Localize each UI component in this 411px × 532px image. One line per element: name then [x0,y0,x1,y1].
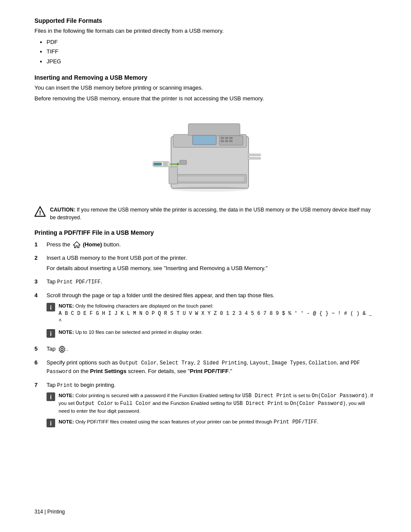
step-4-note-2: NOTE: Up to 10 files can be selected and… [47,329,377,338]
step-4-text: Scroll through the page or tap a folder … [47,291,377,300]
step-2-content: Insert a USB memory to the front USB por… [47,254,377,274]
step-1-content: Press the (Home) button. [47,240,377,251]
steps-list: 1 Press the (Home) button. 2 Insert a US… [34,240,377,431]
step-4-content: Scroll through the page or tap a folder … [47,291,377,341]
supported-formats-heading: Supported File Formats [34,17,377,24]
supported-formats-intro: Files in the following file formats can … [34,27,377,35]
note-icon-3 [47,392,55,401]
inserting-text1: You can insert the USB memory before pri… [34,84,377,92]
svg-rect-3 [193,135,216,145]
step-4-note-1: NOTE: Only the following characters are … [47,302,377,325]
caution-label: CAUTION: [50,207,75,213]
step-6-collation: Collation [309,360,337,366]
svg-rect-17 [154,163,162,165]
svg-rect-2 [188,124,240,136]
step-1-home-label: (Home) [83,241,102,248]
step-6-select-tray: Select Tray [160,360,194,366]
printing-pdf-heading: Printing a PDF/TIFF File in a USB Memory [34,229,377,236]
step-3: 3 Tap Print PDF/TIFF. [34,277,377,288]
svg-rect-6 [225,137,228,139]
step-6-num: 6 [34,358,47,367]
step-6: 6 Specify print options such as Output C… [34,358,377,377]
note-icon-1 [47,303,55,311]
list-item: PDF [47,38,377,47]
step-7-note-2-text: NOTE: Only PDF/TIFF files created using … [59,418,318,426]
svg-rect-9 [225,140,228,142]
page-footer: 314 | Printing [34,509,65,515]
step-7-note-2: NOTE: Only PDF/TIFF files created using … [47,418,377,427]
step-6-image-types: Image Types [271,360,305,366]
printing-pdf-section: Printing a PDF/TIFF File in a USB Memory… [34,229,377,431]
caution-icon: ! [34,206,46,219]
step-1-text: Press the (Home) button. [47,240,377,249]
svg-rect-21 [248,157,261,159]
step-3-text: Tap Print PDF/TIFF. [47,277,377,286]
step-4-num: 4 [34,291,47,300]
step-3-content: Tap Print PDF/TIFF. [47,277,377,288]
supported-formats-section: Supported File Formats Files in the foll… [34,17,377,66]
svg-point-22 [171,187,249,192]
step-6-content: Specify print options such as Output Col… [47,358,377,377]
svg-rect-13 [169,167,177,184]
caution-message: If you remove the USB memory while the p… [50,207,371,221]
step-6-text: Specify print options such as Output Col… [47,358,377,376]
step-2: 2 Insert a USB memory to the front USB p… [34,254,377,274]
inserting-text2: Before removing the USB memory, ensure t… [34,94,377,103]
step-4: 4 Scroll through the page or tap a folde… [34,291,377,341]
step-2-num: 2 [34,254,47,262]
svg-rect-7 [229,137,233,139]
inserting-removing-section: Inserting and Removing a USB Memory You … [34,74,377,103]
footer-section: Printing [47,509,65,515]
step-2-sub: For details about inserting a USB memory… [47,264,377,273]
step-5: 5 Tap . [34,345,377,355]
step-7-note-1: NOTE: Color printing is secured with a p… [47,392,377,415]
step-2-text: Insert a USB memory to the front USB por… [47,254,377,262]
step-7-print-mono: Print [57,383,73,389]
svg-rect-20 [248,154,261,156]
printer-illustration [145,111,266,197]
note-icon-4 [47,419,55,427]
formats-list: PDF TIFF JPEG [47,38,377,66]
step-3-num: 3 [34,277,47,286]
printer-image-container [34,111,377,198]
svg-rect-12 [175,176,244,181]
inserting-removing-heading: Inserting and Removing a USB Memory [34,74,377,81]
note-icon-2 [47,329,55,338]
page-number: 314 [34,509,43,515]
svg-rect-8 [221,140,224,142]
home-icon [73,241,81,248]
list-item: TIFF [47,47,377,56]
step-7-note-1-text: NOTE: Color printing is secured with a p… [59,392,377,415]
step-1-num: 1 [34,240,47,249]
step-1-button-text: button. [102,241,121,248]
svg-marker-25 [73,242,80,248]
gear-icon [58,345,66,353]
step-7-content: Tap Print to begin printing. NOTE: Color… [47,381,377,431]
svg-rect-5 [221,137,224,139]
step-5-content: Tap . [47,345,377,355]
step-7-text: Tap Print to begin printing. [47,381,377,389]
step-7-num: 7 [34,381,47,389]
svg-rect-14 [180,160,187,165]
step-6-print-settings: Print Settings [90,368,127,374]
step-1-press-text: Press the [47,241,72,248]
svg-point-32 [61,348,63,350]
svg-rect-16 [163,162,168,166]
step-3-mono: Print PDF/TIFF [57,279,101,285]
step-5-num: 5 [34,345,47,353]
step-6-layout: Layout [250,360,268,366]
step-6-2sided: 2 Sided Printing [197,360,246,366]
svg-text:!: ! [39,209,41,216]
caution-box: ! CAUTION: If you remove the USB memory … [34,206,377,221]
svg-rect-10 [229,140,233,142]
list-item: JPEG [47,57,377,66]
step-4-note-1-text: NOTE: Only the following characters are … [59,302,377,325]
step-6-print-pdf-ref: Print PDF/TIFF [190,368,228,374]
step-6-output-color: Output Color [119,360,156,366]
caution-text: CAUTION: If you remove the USB memory wh… [50,206,377,221]
step-5-text: Tap . [47,345,377,353]
step-4-note-2-text: NOTE: Up to 10 files can be selected and… [59,329,202,336]
step-7: 7 Tap Print to begin printing. NOTE: Col… [34,381,377,431]
step-1: 1 Press the (Home) button. [34,240,377,251]
